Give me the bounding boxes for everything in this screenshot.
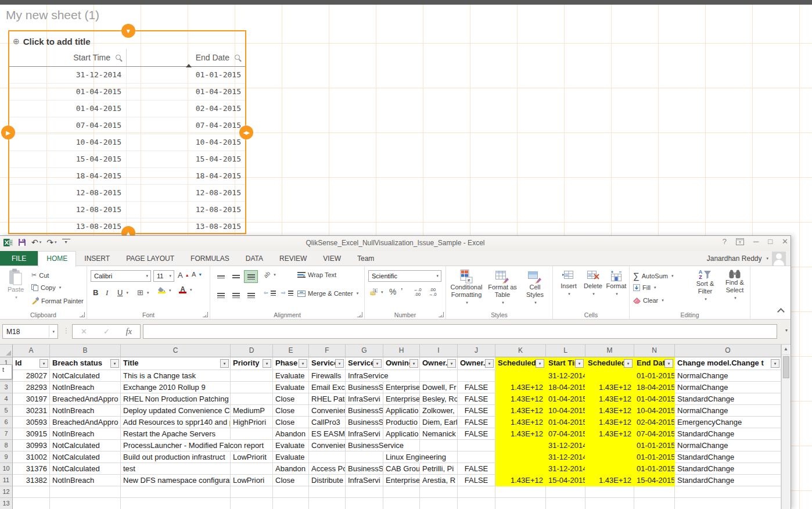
cell-M13[interactable] (585, 498, 634, 509)
cell-A2[interactable]: 28027 (13, 370, 50, 382)
name-box[interactable]: M18▾ (2, 324, 58, 339)
insert-cells-button[interactable]: Insert▾ (558, 271, 580, 297)
column-header-B[interactable]: B (50, 345, 121, 357)
cell-B5[interactable]: NotInBreach (50, 405, 121, 417)
cell-F7[interactable]: ES EASM (309, 428, 346, 440)
cell-J5[interactable]: FALSE (458, 405, 495, 417)
cell-I10[interactable]: Petrilli, Pi (420, 463, 458, 475)
font-dialog-launcher[interactable] (203, 312, 208, 317)
cell-B9[interactable]: NotCalculated (50, 451, 121, 463)
number-dialog-launcher[interactable] (439, 312, 444, 317)
cell-C5[interactable]: Deploy updated Convenience C (121, 405, 231, 417)
cell-K6[interactable]: 1.43E+12 (495, 417, 546, 428)
cell-G11[interactable]: InfraServi (346, 475, 383, 486)
tab-review[interactable]: REVIEW (271, 251, 315, 266)
cell-C13[interactable] (121, 498, 231, 509)
cell-K2[interactable] (495, 370, 546, 382)
account-chip[interactable]: Janardhan Reddy ▾ (707, 251, 786, 266)
cell-D10[interactable] (231, 463, 273, 475)
cell-C9[interactable]: Build out production infrastruct (121, 451, 231, 463)
cell-B10[interactable]: NotCalculated (50, 463, 121, 475)
cell-J4[interactable]: FALSE (458, 393, 495, 405)
filter-dropdown-icon[interactable]: ▾ (664, 359, 673, 368)
column-header-O[interactable]: O (675, 345, 781, 357)
cell-F2[interactable]: Firewalls (309, 370, 346, 382)
widget-handle-left[interactable]: ▶ (1, 126, 15, 139)
widget-handle-right[interactable]: ◀▶ (239, 126, 253, 139)
cell-L12[interactable] (546, 486, 585, 498)
cell-H3[interactable]: Enterprise (383, 382, 420, 393)
borders-button[interactable]: ⊞▾ (137, 288, 149, 297)
cell-O8[interactable]: NormalChange (675, 440, 781, 451)
row-header-6[interactable]: 6 (0, 417, 13, 428)
cell-A8[interactable]: 30993 (13, 440, 50, 451)
row-header-3[interactable]: 3 (0, 382, 13, 393)
filter-dropdown-icon[interactable]: ▾ (771, 359, 779, 368)
column-header-H[interactable]: H (383, 345, 420, 357)
column-header-C[interactable]: C (121, 345, 231, 357)
conditional-formatting-button[interactable]: ≠ Conditional Formatting▾ (448, 270, 484, 306)
underline-button[interactable]: U▾ (117, 288, 128, 297)
clipboard-dialog-launcher[interactable] (80, 312, 85, 317)
chevron-down-icon[interactable]: ▾ (49, 325, 55, 338)
cell-I11[interactable]: Arestia, R (420, 475, 458, 486)
cell-D9[interactable]: LowPriorit (231, 451, 273, 463)
cell-H11[interactable]: Enterprise (383, 475, 420, 486)
cell-D2[interactable] (231, 370, 273, 382)
tab-team[interactable]: Team (349, 251, 382, 266)
search-icon[interactable] (115, 54, 123, 62)
cell-O4[interactable]: StandardChange (675, 393, 781, 405)
cell-H13[interactable] (383, 498, 420, 509)
cell-E3[interactable]: Evaluate (273, 382, 309, 393)
wrap-text-button[interactable]: Wrap Text (297, 271, 336, 278)
cell-K5[interactable]: 1.43E+12 (495, 405, 546, 417)
cell-F11[interactable]: Distribute (309, 475, 346, 486)
cell-M11[interactable]: 1.43E+12 (585, 475, 634, 486)
filter-dropdown-icon[interactable]: ▾ (624, 359, 633, 368)
cell-O13[interactable] (675, 498, 781, 509)
font-name-combo[interactable]: Calibri▾ (91, 270, 151, 282)
decrease-decimal-button[interactable]: .00→.0 (429, 288, 437, 296)
cell-A9[interactable]: 31002 (13, 451, 50, 463)
cell-I12[interactable] (420, 486, 458, 498)
column-header-N[interactable]: N (634, 345, 675, 357)
bottom-align-button[interactable] (244, 270, 258, 283)
cell-M12[interactable] (585, 486, 634, 498)
cell-E12[interactable] (273, 486, 309, 498)
cell-M2[interactable] (585, 370, 634, 382)
tab-view[interactable]: VIEW (315, 251, 349, 266)
tab-data[interactable]: DATA (238, 251, 271, 266)
paste-button[interactable]: Paste ▾ (3, 268, 28, 301)
column-header-F[interactable]: F (309, 345, 346, 357)
italic-button[interactable]: I (106, 288, 108, 297)
tab-home[interactable]: HOME (38, 251, 76, 267)
cell-C3[interactable]: Exchange 2010 Rollup 9 (121, 382, 231, 393)
cell-F9[interactable] (309, 451, 346, 463)
cell-B7[interactable]: NotInBreach (50, 428, 121, 440)
decrease-indent-button[interactable]: ⇦ (264, 290, 276, 296)
cell-F4[interactable]: RHEL Patch (309, 393, 346, 405)
filter-dropdown-icon[interactable]: ▾ (110, 359, 119, 368)
cell-E11[interactable]: Close (273, 475, 309, 486)
cell-M4[interactable]: 1.43E+12 (585, 393, 634, 405)
tab-formulas[interactable]: FORMULAS (182, 251, 238, 266)
column-header-A[interactable]: A (13, 345, 50, 357)
row-header-8[interactable]: 8 (0, 440, 13, 451)
formula-input[interactable] (143, 324, 777, 339)
cell-O2[interactable]: NormalChange (675, 370, 781, 382)
accounting-format-button[interactable]: $ ▾ (369, 288, 383, 296)
avatar[interactable] (772, 252, 786, 266)
cell-A7[interactable]: 30915 (13, 428, 50, 440)
column-header-K[interactable]: K (495, 345, 546, 357)
cell-G5[interactable]: BusinessS (346, 405, 383, 417)
cell-L2[interactable]: 31-12-2014 (546, 370, 585, 382)
filter-dropdown-icon[interactable]: ▾ (485, 359, 494, 368)
cell-I6[interactable]: Diem, Earl (420, 417, 458, 428)
cell-A13[interactable] (13, 498, 50, 509)
number-format-combo[interactable]: Scientific▾ (368, 270, 441, 282)
column-header-E[interactable]: E (273, 345, 309, 357)
cell-B8[interactable]: NotCalculated (50, 440, 121, 451)
vertical-scrollbar[interactable]: ▲ (781, 345, 790, 509)
filter-dropdown-icon[interactable]: ▾ (335, 359, 344, 368)
column-header-D[interactable]: D (231, 345, 273, 357)
